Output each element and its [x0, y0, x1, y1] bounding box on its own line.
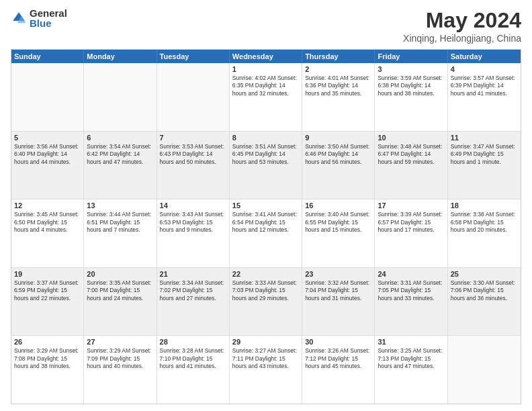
day-number: 28	[160, 338, 226, 346]
header-thursday: Thursday	[302, 50, 375, 63]
day-number: 27	[87, 338, 153, 346]
cal-cell-r0c5: 3Sunrise: 3:59 AM Sunset: 6:38 PM Daylig…	[375, 63, 447, 131]
cal-cell-r3c0: 19Sunrise: 3:37 AM Sunset: 6:59 PM Dayli…	[11, 268, 84, 336]
cell-info: Sunrise: 3:40 AM Sunset: 6:55 PM Dayligh…	[305, 211, 371, 234]
cell-info: Sunrise: 3:38 AM Sunset: 6:58 PM Dayligh…	[451, 211, 518, 234]
header: General Blue May 2024 Xinqing, Heilongji…	[11, 8, 521, 44]
day-number: 23	[305, 270, 371, 278]
cal-cell-r1c6: 11Sunrise: 3:47 AM Sunset: 6:49 PM Dayli…	[448, 132, 521, 199]
calendar-row-5: 26Sunrise: 3:29 AM Sunset: 7:08 PM Dayli…	[11, 335, 521, 404]
cal-cell-r0c4: 2Sunrise: 4:01 AM Sunset: 6:36 PM Daylig…	[302, 63, 375, 131]
header-sunday: Sunday	[11, 50, 84, 63]
logo: General Blue	[11, 8, 67, 28]
cal-cell-r1c3: 8Sunrise: 3:51 AM Sunset: 6:45 PM Daylig…	[230, 132, 302, 199]
day-number: 2	[305, 65, 371, 73]
cell-info: Sunrise: 3:29 AM Sunset: 7:08 PM Dayligh…	[14, 347, 81, 370]
logo-blue-label: Blue	[30, 18, 67, 28]
cal-cell-r1c4: 9Sunrise: 3:50 AM Sunset: 6:46 PM Daylig…	[302, 132, 375, 199]
day-number: 18	[451, 201, 518, 210]
logo-text: General Blue	[30, 8, 67, 28]
day-number: 13	[87, 201, 153, 210]
calendar-row-2: 5Sunrise: 3:56 AM Sunset: 6:40 PM Daylig…	[11, 131, 521, 199]
cal-cell-r2c3: 15Sunrise: 3:41 AM Sunset: 6:54 PM Dayli…	[230, 199, 302, 267]
cell-info: Sunrise: 3:43 AM Sunset: 6:53 PM Dayligh…	[160, 211, 226, 234]
cell-info: Sunrise: 3:57 AM Sunset: 6:39 PM Dayligh…	[451, 75, 518, 97]
day-number: 4	[451, 65, 518, 73]
day-number: 9	[305, 134, 371, 142]
day-number: 15	[232, 201, 299, 210]
cell-info: Sunrise: 3:56 AM Sunset: 6:40 PM Dayligh…	[14, 143, 81, 166]
cal-cell-r4c6	[448, 336, 521, 404]
cell-info: Sunrise: 3:29 AM Sunset: 7:09 PM Dayligh…	[87, 347, 153, 370]
cal-cell-r3c4: 23Sunrise: 3:32 AM Sunset: 7:04 PM Dayli…	[302, 268, 375, 336]
cal-cell-r4c4: 30Sunrise: 3:26 AM Sunset: 7:12 PM Dayli…	[302, 336, 375, 404]
cell-info: Sunrise: 3:35 AM Sunset: 7:00 PM Dayligh…	[87, 279, 153, 302]
cell-info: Sunrise: 3:45 AM Sunset: 6:50 PM Dayligh…	[14, 211, 81, 234]
day-number: 29	[232, 338, 299, 346]
header-saturday: Saturday	[448, 50, 521, 63]
cal-cell-r3c6: 25Sunrise: 3:30 AM Sunset: 7:06 PM Dayli…	[448, 268, 521, 336]
cal-cell-r0c2	[157, 63, 230, 131]
cal-cell-r2c4: 16Sunrise: 3:40 AM Sunset: 6:55 PM Dayli…	[302, 199, 375, 267]
day-number: 31	[378, 338, 444, 346]
cal-cell-r1c0: 5Sunrise: 3:56 AM Sunset: 6:40 PM Daylig…	[11, 132, 84, 199]
cell-info: Sunrise: 3:51 AM Sunset: 6:45 PM Dayligh…	[232, 143, 299, 166]
cell-info: Sunrise: 3:41 AM Sunset: 6:54 PM Dayligh…	[232, 211, 299, 234]
cell-info: Sunrise: 3:44 AM Sunset: 6:51 PM Dayligh…	[87, 211, 153, 234]
day-number: 16	[305, 201, 371, 210]
cell-info: Sunrise: 3:54 AM Sunset: 6:42 PM Dayligh…	[87, 143, 153, 166]
cell-info: Sunrise: 3:32 AM Sunset: 7:04 PM Dayligh…	[305, 279, 371, 302]
day-number: 11	[451, 134, 518, 142]
day-number: 26	[14, 338, 81, 346]
day-number: 1	[232, 65, 299, 73]
calendar: Sunday Monday Tuesday Wednesday Thursday…	[11, 49, 521, 404]
cal-cell-r4c1: 27Sunrise: 3:29 AM Sunset: 7:09 PM Dayli…	[84, 336, 157, 404]
day-number: 17	[378, 201, 444, 210]
day-number: 3	[378, 65, 444, 73]
title-month: May 2024	[403, 8, 521, 33]
cal-cell-r4c2: 28Sunrise: 3:28 AM Sunset: 7:10 PM Dayli…	[157, 336, 230, 404]
cal-cell-r3c5: 24Sunrise: 3:31 AM Sunset: 7:05 PM Dayli…	[375, 268, 447, 336]
header-wednesday: Wednesday	[230, 50, 302, 63]
cell-info: Sunrise: 3:31 AM Sunset: 7:05 PM Dayligh…	[378, 279, 444, 302]
cal-cell-r2c2: 14Sunrise: 3:43 AM Sunset: 6:53 PM Dayli…	[157, 199, 230, 267]
logo-general-label: General	[30, 8, 67, 18]
title-location: Xinqing, Heilongjiang, China	[403, 33, 521, 44]
cell-info: Sunrise: 3:53 AM Sunset: 6:43 PM Dayligh…	[160, 143, 226, 166]
calendar-row-1: 1Sunrise: 4:02 AM Sunset: 6:35 PM Daylig…	[11, 63, 521, 131]
cal-cell-r4c5: 31Sunrise: 3:25 AM Sunset: 7:13 PM Dayli…	[375, 336, 447, 404]
cell-info: Sunrise: 3:39 AM Sunset: 6:57 PM Dayligh…	[378, 211, 444, 234]
cal-cell-r1c2: 7Sunrise: 3:53 AM Sunset: 6:43 PM Daylig…	[157, 132, 230, 199]
cell-info: Sunrise: 3:26 AM Sunset: 7:12 PM Dayligh…	[305, 347, 371, 370]
cell-info: Sunrise: 3:25 AM Sunset: 7:13 PM Dayligh…	[378, 347, 444, 370]
day-number: 22	[232, 270, 299, 278]
day-number: 10	[378, 134, 444, 142]
day-number: 24	[378, 270, 444, 278]
day-number: 5	[14, 134, 81, 142]
day-number: 12	[14, 201, 81, 210]
cal-cell-r4c0: 26Sunrise: 3:29 AM Sunset: 7:08 PM Dayli…	[11, 336, 84, 404]
cal-cell-r3c1: 20Sunrise: 3:35 AM Sunset: 7:00 PM Dayli…	[84, 268, 157, 336]
cell-info: Sunrise: 3:27 AM Sunset: 7:11 PM Dayligh…	[232, 347, 299, 370]
cal-cell-r2c1: 13Sunrise: 3:44 AM Sunset: 6:51 PM Dayli…	[84, 199, 157, 267]
cal-cell-r2c6: 18Sunrise: 3:38 AM Sunset: 6:58 PM Dayli…	[448, 199, 521, 267]
cell-info: Sunrise: 3:50 AM Sunset: 6:46 PM Dayligh…	[305, 143, 371, 166]
cell-info: Sunrise: 3:33 AM Sunset: 7:03 PM Dayligh…	[232, 279, 299, 302]
cal-cell-r0c0	[11, 63, 84, 131]
header-tuesday: Tuesday	[157, 50, 230, 63]
cell-info: Sunrise: 3:48 AM Sunset: 6:47 PM Dayligh…	[378, 143, 444, 166]
cell-info: Sunrise: 3:59 AM Sunset: 6:38 PM Dayligh…	[378, 75, 444, 97]
page: General Blue May 2024 Xinqing, Heilongji…	[0, 0, 532, 411]
cal-cell-r1c1: 6Sunrise: 3:54 AM Sunset: 6:42 PM Daylig…	[84, 132, 157, 199]
cell-info: Sunrise: 4:02 AM Sunset: 6:35 PM Dayligh…	[232, 75, 299, 97]
cal-cell-r2c0: 12Sunrise: 3:45 AM Sunset: 6:50 PM Dayli…	[11, 199, 84, 267]
cal-cell-r0c6: 4Sunrise: 3:57 AM Sunset: 6:39 PM Daylig…	[448, 63, 521, 131]
day-number: 8	[232, 134, 299, 142]
calendar-body: 1Sunrise: 4:02 AM Sunset: 6:35 PM Daylig…	[11, 63, 521, 404]
cell-info: Sunrise: 3:37 AM Sunset: 6:59 PM Dayligh…	[14, 279, 81, 302]
cal-cell-r0c1	[84, 63, 157, 131]
cell-info: Sunrise: 3:34 AM Sunset: 7:02 PM Dayligh…	[160, 279, 226, 302]
cal-cell-r3c2: 21Sunrise: 3:34 AM Sunset: 7:02 PM Dayli…	[157, 268, 230, 336]
header-monday: Monday	[84, 50, 157, 63]
cal-cell-r0c3: 1Sunrise: 4:02 AM Sunset: 6:35 PM Daylig…	[230, 63, 302, 131]
